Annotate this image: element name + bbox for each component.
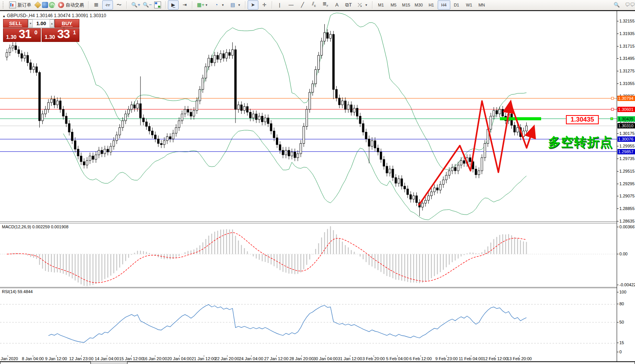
sell-price-box[interactable]: 1.30 31 0	[3, 28, 41, 42]
chart-shift-button[interactable]: ⇥	[179, 0, 190, 10]
price-tick-label: 1.31715	[619, 44, 635, 48]
candle-body	[342, 101, 343, 105]
zoom-in-button[interactable]: 🔍+	[129, 0, 140, 10]
support-highlight-bar[interactable]	[500, 117, 541, 120]
line-chart-button[interactable]: 〜	[114, 0, 124, 10]
fibonacci-tool-button[interactable]: ≣F	[320, 0, 331, 10]
auto-trading-button[interactable]: 自动交易	[56, 0, 86, 10]
level-line-handle[interactable]	[611, 108, 614, 111]
fibonacci-icon: ≣F	[322, 1, 329, 9]
candle-body	[413, 196, 414, 199]
volume-input[interactable]	[33, 19, 50, 27]
crosshair-tool-button[interactable]: ✛	[259, 0, 270, 10]
zoom-out-icon: 🔍−	[143, 2, 149, 8]
price-tick-label: 1.32155	[619, 19, 635, 23]
search-button[interactable]: 🔍	[611, 0, 622, 10]
price-tick-mark	[617, 46, 619, 47]
text-label-tool-button[interactable]: ⧉T	[343, 0, 354, 10]
date-label: 12 Jan 23:00	[69, 356, 93, 361]
new-chart-button[interactable]: ▦+▼	[195, 0, 210, 10]
rsi-label: RSI(14) 59.4844	[2, 289, 33, 294]
callout-connector-handle[interactable]	[611, 118, 613, 120]
scrollbar-thumb[interactable]	[127, 362, 635, 364]
trendline-tool-button[interactable]: ╱	[297, 0, 308, 10]
timeframe-button-H4[interactable]: H4	[438, 0, 450, 10]
toolbar-separator	[165, 1, 166, 9]
candle-body	[12, 46, 14, 48]
macd-main-value: 0.002259	[32, 224, 50, 229]
bar-chart-button[interactable]: 𝌆	[91, 0, 102, 10]
arrows-tool-button[interactable]: ⤯▼	[355, 0, 370, 10]
price-level-badge-1.30310: 1.30310	[617, 123, 635, 128]
rsi-canvas[interactable]	[0, 288, 617, 355]
timeframe-button-M15[interactable]: M15	[400, 0, 413, 10]
timeframe-button-M30[interactable]: M30	[413, 0, 425, 10]
candle-body	[460, 160, 462, 165]
cursor-tool-button[interactable]: ➤	[248, 0, 258, 10]
candle-body	[315, 70, 317, 84]
buy-price-box[interactable]: 1.30 33 1	[42, 28, 79, 42]
timeframe-button-MN[interactable]: MN	[475, 0, 488, 10]
chat-icon: 🗩🗩	[625, 2, 631, 8]
templates-button[interactable]: ▤▼	[227, 0, 243, 10]
cursor-icon: ➤	[250, 2, 256, 8]
metaeditor-icon[interactable]	[42, 2, 48, 8]
candle-body	[252, 114, 254, 118]
rsi-pane[interactable]: RSI(14) 59.4844	[0, 288, 617, 355]
candle-body	[309, 92, 311, 109]
candle-body	[356, 108, 358, 116]
text-tool-button[interactable]: A	[332, 0, 342, 10]
candlestick-chart-button[interactable]: ⫞⫟	[102, 0, 113, 10]
rsi-tick-label: 15	[619, 340, 624, 345]
scrollbar-segment[interactable]	[0, 362, 91, 364]
sell-button[interactable]: SELL	[3, 19, 28, 28]
candle-body	[258, 116, 260, 120]
candle-body	[229, 53, 230, 56]
tile-windows-button[interactable]	[152, 0, 163, 10]
timeframe-button-D1[interactable]: D1	[450, 0, 463, 10]
date-label: 11 Feb 04:00	[459, 356, 483, 361]
level-line-handle[interactable]	[611, 97, 614, 99]
toolbar-grip[interactable]	[3, 2, 5, 8]
candle-body	[220, 54, 222, 59]
candle-body	[344, 101, 346, 109]
candle-body	[157, 139, 159, 144]
candle-body	[368, 139, 370, 146]
vertical-line-tool-button[interactable]: |	[274, 0, 285, 10]
volume-increase-button[interactable]: ▲	[50, 19, 54, 27]
candle-body	[437, 188, 438, 190]
price-callout-label[interactable]: 1.30435	[566, 115, 599, 124]
timeframe-button-H1[interactable]: H1	[425, 0, 438, 10]
marketplace-icon[interactable]	[34, 2, 41, 8]
zoom-out-button[interactable]: 🔍−	[140, 0, 151, 10]
volume-decrease-button[interactable]: ▼	[28, 19, 33, 27]
candle-body	[110, 146, 112, 152]
rsi-tick-mark	[617, 304, 619, 304]
signals-icon[interactable]	[49, 2, 55, 8]
candle-body	[163, 141, 165, 144]
new-order-button[interactable]: 新订单	[7, 0, 34, 10]
profiles-button[interactable]: ◔▼	[211, 0, 227, 10]
bull-bear-turning-point-annotation: 多空转折点	[548, 134, 613, 151]
price-tick-mark	[617, 146, 619, 146]
macd-canvas[interactable]	[0, 223, 617, 287]
candle-body	[50, 99, 52, 103]
chat-button[interactable]: 🗩🗩	[623, 0, 633, 10]
auto-scroll-button[interactable]: ▶̲	[168, 0, 179, 10]
horizontal-line-tool-button[interactable]: —	[286, 0, 297, 10]
macd-pane[interactable]: MACD(12,26,9) 0.002259 0.001908	[0, 223, 617, 287]
trend-zigzag-arrow[interactable]	[419, 101, 510, 205]
timeframe-button-M5[interactable]: M5	[387, 0, 400, 10]
channel-tool-button[interactable]: ⫽E	[309, 0, 319, 10]
candle-body	[131, 105, 132, 109]
timeframe-button-W1[interactable]: W1	[463, 0, 475, 10]
rsi-tick-mark	[617, 343, 619, 343]
buy-button[interactable]: BUY	[55, 19, 79, 28]
price-pane[interactable]: ▲GBPUSD-,H4 1.30146 1.30474 1.30091 1.30…	[0, 12, 617, 222]
bottom-scrollbar[interactable]	[0, 361, 635, 364]
price-chart-canvas[interactable]	[0, 12, 617, 221]
price-axis[interactable]: 1.321551.319351.317151.314951.312751.310…	[617, 11, 635, 362]
candle-body	[142, 118, 144, 122]
candle-body	[42, 114, 44, 121]
timeframe-button-M1[interactable]: M1	[375, 0, 387, 10]
